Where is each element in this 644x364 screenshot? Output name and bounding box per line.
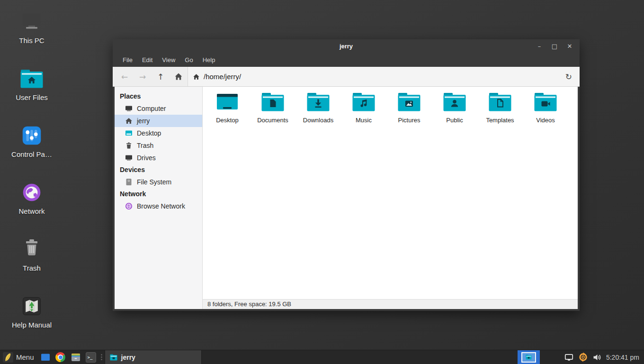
system-tray bbox=[564, 352, 601, 362]
mini-window-icon bbox=[526, 355, 532, 360]
sidebar-header-network: Network bbox=[115, 188, 202, 200]
toolbar: ← → ↑ /home/jerry/ ↻ bbox=[113, 67, 580, 87]
desktop-icon-label: User Files bbox=[3, 93, 60, 101]
terminal-icon: >_ bbox=[86, 352, 96, 363]
desktop-icon-this-pc[interactable]: This PC bbox=[3, 10, 60, 45]
taskbar: Menu >_ jerry 5:20:41 pm bbox=[0, 350, 644, 364]
desktop-icon-trash[interactable]: Trash bbox=[3, 238, 60, 272]
maximize-button[interactable]: □ bbox=[550, 43, 559, 50]
folder-item-downloads[interactable]: Downloads bbox=[295, 92, 341, 124]
templates-folder-icon bbox=[489, 92, 511, 111]
folder-item-music[interactable]: Music bbox=[341, 92, 386, 124]
minimize-button[interactable]: – bbox=[535, 43, 544, 50]
task-button-jerry[interactable]: jerry bbox=[105, 350, 202, 364]
pictures-folder-icon bbox=[398, 92, 420, 111]
up-button[interactable]: ↑ bbox=[152, 67, 170, 86]
sidebar-item-trash[interactable]: Trash bbox=[115, 139, 202, 152]
desktop-icon-label: Control Pa… bbox=[3, 150, 60, 158]
menu-view[interactable]: View bbox=[158, 55, 179, 65]
desktop-icon-control-panel[interactable]: Control Pa… bbox=[3, 124, 60, 158]
show-desktop-button[interactable] bbox=[39, 351, 52, 364]
folder-item-desktop[interactable]: Desktop bbox=[205, 92, 250, 124]
home-button[interactable] bbox=[170, 67, 188, 86]
folder-item-templates[interactable]: Templates bbox=[477, 92, 523, 124]
workspace-pager[interactable] bbox=[518, 350, 540, 364]
menu-file[interactable]: File bbox=[118, 55, 137, 65]
sidebar-item-label: Browse Network bbox=[137, 202, 185, 210]
clock[interactable]: 5:20:41 pm bbox=[606, 354, 639, 361]
task-button-label: jerry bbox=[121, 354, 135, 361]
sidebar-item-label: Trash bbox=[137, 142, 153, 149]
menu-edit[interactable]: Edit bbox=[138, 55, 157, 65]
menu-go[interactable]: Go bbox=[180, 55, 197, 65]
file-manager-window: jerry – □ ✕ File Edit View Go Help ← → ↑… bbox=[113, 39, 580, 311]
music-folder-icon bbox=[352, 92, 375, 111]
sidebar-item-computer[interactable]: Computer bbox=[115, 102, 202, 115]
terminal-launcher[interactable]: >_ bbox=[85, 351, 97, 364]
refresh-button[interactable]: ↻ bbox=[563, 72, 575, 82]
folder-item-pictures[interactable]: Pictures bbox=[386, 92, 432, 124]
documents-folder-icon bbox=[261, 92, 284, 111]
sidebar-item-browse-network[interactable]: Browse Network bbox=[115, 200, 202, 212]
home-icon bbox=[125, 117, 133, 125]
menu-label: Menu bbox=[16, 353, 34, 361]
close-button[interactable]: ✕ bbox=[565, 43, 574, 50]
sidebar-header-devices: Devices bbox=[115, 164, 202, 176]
titlebar[interactable]: jerry – □ ✕ bbox=[113, 39, 580, 53]
desktop-icon-network[interactable]: Network bbox=[3, 181, 60, 215]
folder-label: Public bbox=[432, 117, 477, 124]
folder-label: Music bbox=[341, 117, 386, 124]
menubar: File Edit View Go Help bbox=[113, 53, 580, 67]
sidebar-item-label: jerry bbox=[137, 117, 150, 125]
videos-folder-icon bbox=[534, 92, 557, 111]
desktop-icon-user-files[interactable]: User Files bbox=[3, 67, 60, 101]
network-globe-icon bbox=[125, 202, 133, 210]
folder-view: Desktop Documents Downloads Music Pictur bbox=[203, 87, 578, 299]
drives-icon bbox=[125, 154, 133, 162]
display-tray-icon[interactable] bbox=[564, 354, 573, 361]
updates-tray-icon[interactable] bbox=[578, 352, 588, 362]
folder-item-videos[interactable]: Videos bbox=[523, 92, 568, 124]
distro-feather-icon bbox=[3, 352, 13, 363]
folder-label: Desktop bbox=[205, 117, 250, 124]
active-workspace bbox=[521, 352, 536, 363]
computer-icon bbox=[3, 10, 60, 33]
sidebar-item-desktop[interactable]: Desktop bbox=[115, 127, 202, 139]
sidebar-item-label: Computer bbox=[137, 105, 166, 112]
desktop-icon-label: Network bbox=[3, 207, 60, 215]
folder-icon bbox=[110, 354, 117, 361]
folder-label: Pictures bbox=[386, 117, 432, 124]
forward-button[interactable]: → bbox=[134, 67, 152, 86]
file-manager-launcher[interactable] bbox=[70, 351, 82, 364]
network-globe-icon bbox=[3, 181, 60, 204]
back-button[interactable]: ← bbox=[116, 67, 134, 86]
desktop-icon-help-manual[interactable]: Help Manual bbox=[3, 295, 60, 329]
volume-tray-icon[interactable] bbox=[593, 354, 601, 361]
sidebar-item-drives[interactable]: Drives bbox=[115, 152, 202, 164]
home-icon bbox=[193, 73, 200, 80]
sidebar-item-label: File System bbox=[137, 178, 171, 186]
desktop-icon-label: Trash bbox=[3, 264, 60, 272]
folder-label: Downloads bbox=[295, 117, 341, 124]
folder-item-documents[interactable]: Documents bbox=[250, 92, 295, 124]
chrome-launcher[interactable] bbox=[54, 351, 67, 364]
public-folder-icon bbox=[443, 92, 466, 111]
show-desktop-icon bbox=[40, 352, 51, 363]
menu-help[interactable]: Help bbox=[198, 55, 220, 65]
folder-label: Templates bbox=[477, 117, 523, 124]
sidebar-item-file-system[interactable]: File System bbox=[115, 176, 202, 188]
sidebar-item-label: Desktop bbox=[137, 129, 161, 137]
file-manager-icon bbox=[71, 352, 81, 363]
trash-icon bbox=[3, 238, 60, 261]
desktop-display-icon bbox=[216, 92, 239, 111]
app-menu-button[interactable]: Menu bbox=[0, 350, 38, 364]
downloads-folder-icon bbox=[307, 92, 330, 111]
window-list-handle[interactable] bbox=[99, 350, 104, 364]
path-bar[interactable]: /home/jerry/ ↻ bbox=[188, 67, 580, 86]
path-text[interactable]: /home/jerry/ bbox=[204, 73, 559, 81]
sidebar-header-places: Places bbox=[115, 91, 202, 102]
desktop-icon-label: Help Manual bbox=[3, 321, 60, 329]
folder-item-public[interactable]: Public bbox=[432, 92, 477, 124]
sidebar-item-jerry[interactable]: jerry bbox=[115, 115, 202, 127]
sidebar: Places Computer jerry Desktop Trash Driv… bbox=[115, 87, 203, 309]
